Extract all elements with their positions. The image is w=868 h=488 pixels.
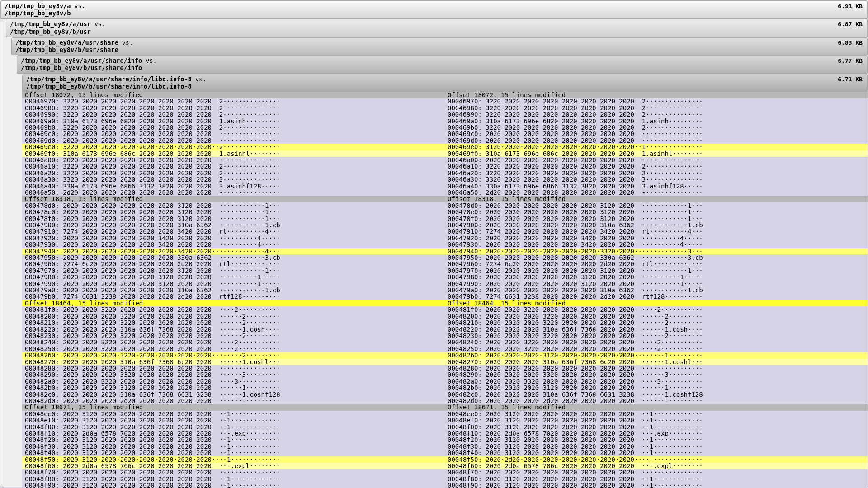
hex-col-right: 00048f60: 2020 2d0a 6578 706c 2020 2020 … [445, 463, 868, 469]
hex-col-left: 00046a20: 3220 2020 2020 2020 2020 2020 … [22, 170, 445, 176]
hex-row: 00046980: 3220 2020 2020 2020 2020 2020 … [22, 105, 868, 111]
hex-col-left: 00047940: 2020·2020·2020·2020·2020·2020·… [22, 248, 445, 254]
hex-col-left: 00048210: 2020 2020 2020 3220 2020 2020 … [22, 319, 445, 326]
hex-col-left: 000469f0: 310a 6173 696e 686c 2020 2020 … [22, 150, 445, 157]
hex-row: 00048260: 2020·2020·2020·3220·2020·2020·… [22, 352, 868, 358]
hex-row: 00047980: 2020 2020 2020 2020 2020 3120 … [22, 274, 868, 280]
hex-col-left: Offset 18318, 15 lines modified [22, 196, 445, 202]
hex-col-left: 00048f10: 2020 2d0a 6578 7020 2020 2020 … [22, 430, 445, 436]
hex-col-left: 000482d0: 2020 2020 2020 2d20 2020 2020 … [22, 398, 445, 404]
hex-col-left: 000479b0: 7274 6631 3238 2020 2020 2020 … [22, 293, 445, 300]
hex-col-right: 00046a40: 330a 6173 696e 6866 3132 3820 … [445, 183, 868, 189]
hex-col-left: 00048290: 2020 2020 2020 3320 2020 2020 … [22, 371, 445, 378]
hex-col-right: 00048270: 2020 2020 2020 310a 636f 7368 … [445, 359, 868, 365]
hex-col-left: 00048220: 2020 2020 2020 310a 636f 7368 … [22, 326, 445, 333]
hex-col-left: 00048f00: 2020 3120 2020 2020 2020 2020 … [22, 424, 445, 430]
hex-col-left: 00048240: 2020 2020 3220 2020 2020 2020 … [22, 339, 445, 345]
hex-col-left: 00047930: 2020 2020 2020 2020 2020 3420 … [22, 241, 445, 248]
breadcrumb-level-3[interactable]: /tmp/tmp_bb_ey8v/a/usr/share/info vs. /t… [17, 55, 868, 73]
hex-row: 00047910: 7274 2020 2020 2020 2020 2020 … [22, 228, 868, 235]
hex-col-right: 00048240: 2020 2020 3220 2020 2020 2020 … [445, 339, 868, 345]
hex-row: 000481f0: 2020 2020 3220 2020 2020 2020 … [22, 306, 868, 313]
hex-col-right: 00047970: 2020 2020 2020 2020 2020 2020 … [445, 267, 868, 274]
breadcrumb-level-1[interactable]: /tmp/tmp_bb_ey8v/a/usr vs. /tmp/tmp_bb_e… [6, 19, 868, 37]
hex-col-right: Offset 18671, 15 lines modified [445, 404, 868, 410]
breadcrumb-level-4[interactable]: /tmp/tmp_bb_ey8v/a/usr/share/info/libc.i… [22, 74, 868, 92]
hex-row: 000482c0: 2020 2020 2020 310a 636f 7368 … [22, 391, 868, 398]
hex-row: 00047900: 2020 2020 2020 2020 2020 2020 … [22, 222, 868, 228]
hex-col-right: 00048200: 2020 2020 2020 3220 2020 2020 … [445, 313, 868, 319]
size-badge: 6.71 KB [838, 76, 863, 83]
breadcrumb-level-2[interactable]: /tmp/tmp_bb_ey8v/a/usr/share vs. /tmp/tm… [11, 37, 868, 55]
hex-col-right: 00046a20: 3220 2020 2020 2020 2020 2020 … [445, 170, 868, 176]
hex-col-right: 00048220: 2020 2020 2020 310a 636f 7368 … [445, 326, 868, 333]
hex-col-right: 00048250: 2020 2020 3220 2020 2020 2020 … [445, 346, 868, 352]
hex-col-left: 00048ef0: 2020 3120 2020 2020 2020 2020 … [22, 417, 445, 423]
hex-col-left: 00048ee0: 2020 3120 2020 2020 2020 2020 … [22, 411, 445, 417]
hex-row: Offset 18671, 15 lines modifiedOffset 18… [22, 404, 868, 410]
hex-col-left: 00047950: 2020 2020 2020 2020 2020 2020 … [22, 254, 445, 261]
hex-col-left: 00048f30: 2020 3120 2020 2020 2020 2020 … [22, 443, 445, 450]
hex-row: 000478e0: 2020 2020 2020 2020 2020 2020 … [22, 209, 868, 215]
hex-col-right: 00048210: 2020 2020 2020 3220 2020 2020 … [445, 319, 868, 326]
hex-col-left: 00046a00: 2020 2020 2020 2020 2020 2020 … [22, 157, 445, 163]
hex-col-left: 000478d0: 2020 2020 2020 2020 2020 2020 … [22, 202, 445, 209]
hex-col-right: 00048290: 2020 2020 2020 3320 2020 2020 … [445, 371, 868, 378]
hex-row: 00047940: 2020·2020·2020·2020·2020·2020·… [22, 248, 868, 254]
hex-col-right: 00046980: 3220 2020 2020 2020 2020 2020 … [445, 105, 868, 111]
hex-col-right: 00047960: 7274 6c20 2020 2020 2020 2020 … [445, 261, 868, 267]
hex-col-right: 000469b0: 3220 2020 2020 2020 2020 2020 … [445, 124, 868, 131]
hex-col-left: 000482b0: 2020 2020 2020 3120 2020 2020 … [22, 385, 445, 391]
hex-col-right: 000469a0: 310a 6173 696e 6820 2020 2020 … [445, 118, 868, 124]
hex-row: 00048f40: 2020 3120 2020 2020 2020 2020 … [22, 450, 868, 456]
hex-col-right: 00048280: 2020 2020 2020 2020 2020 2020 … [445, 365, 868, 371]
hex-col-right: 00048ef0: 2020 3120 2020 2020 2020 2020 … [445, 417, 868, 423]
hex-row: 000482a0: 2020 2020 3320 2020 2020 2020 … [22, 378, 868, 385]
hex-row: 000469b0: 3220 2020 2020 2020 2020 2020 … [22, 124, 868, 131]
hex-col-right: 00047990: 2020 2020 2020 2020 2020 3120 … [445, 281, 868, 287]
hex-row: 00046970: 3220 2020 2020 2020 2020 2020 … [22, 98, 868, 104]
hex-diff-content[interactable]: Offset 18072, 15 lines modifiedOffset 18… [22, 92, 868, 488]
hex-row: 00048290: 2020 2020 2020 3320 2020 2020 … [22, 371, 868, 378]
hex-col-left: 00047980: 2020 2020 2020 2020 2020 3120 … [22, 274, 445, 280]
hex-col-right: 00048ee0: 2020 3120 2020 2020 2020 2020 … [445, 411, 868, 417]
hex-col-left: 00046990: 3220 2020 2020 2020 2020 2020 … [22, 111, 445, 117]
hex-col-right: 000479a0: 2020 2020 2020 2020 2020 2020 … [445, 287, 868, 293]
hex-col-left: 000469a0: 310a 6173 696e 6820 2020 2020 … [22, 118, 445, 124]
hex-row: 00048f20: 2020 3120 2020 2020 2020 2020 … [22, 436, 868, 443]
hex-col-left: 00047900: 2020 2020 2020 2020 2020 2020 … [22, 222, 445, 228]
hex-col-left: 00048f60: 2020 2d0a 6578 706c 2020 2020 … [22, 463, 445, 469]
hex-col-left: 000482c0: 2020 2020 2020 310a 636f 7368 … [22, 391, 445, 398]
hex-row: 000469a0: 310a 6173 696e 6820 2020 2020 … [22, 118, 868, 124]
hex-row: 00048f90: 2020 3120 2020 2020 2020 2020 … [22, 482, 868, 488]
hex-col-right: Offset 18318, 15 lines modified [445, 196, 868, 202]
hex-row: 00046a30: 3320 2020 2020 2020 2020 2020 … [22, 176, 868, 183]
hex-row: 00048240: 2020 2020 3220 2020 2020 2020 … [22, 339, 868, 345]
hex-row: 00048200: 2020 2020 2020 3220 2020 2020 … [22, 313, 868, 319]
hex-col-left: 000479a0: 2020 2020 2020 2020 2020 2020 … [22, 287, 445, 293]
hex-col-left: 00046980: 3220 2020 2020 2020 2020 2020 … [22, 105, 445, 111]
hex-col-right: 00047950: 2020 2020 2020 2020 2020 2020 … [445, 254, 868, 261]
hex-col-right: 000482c0: 2020 2020 2020 310a 636f 7368 … [445, 391, 868, 398]
hex-col-right: 00048f90: 2020 3120 2020 2020 2020 2020 … [445, 482, 868, 488]
hex-row: 00048f00: 2020 3120 2020 2020 2020 2020 … [22, 424, 868, 430]
hex-col-left: 00048230: 2020 2020 2020 3220 2020 2020 … [22, 333, 445, 339]
hex-col-left: 00048260: 2020·2020·2020·3220·2020·2020·… [22, 352, 445, 358]
hex-row: 000479b0: 7274 6631 3238 2020 2020 2020 … [22, 293, 868, 300]
size-badge: 6.91 KB [838, 3, 863, 10]
hex-row: 00048220: 2020 2020 2020 310a 636f 7368 … [22, 326, 868, 333]
hex-col-left: 00048f90: 2020 3120 2020 2020 2020 2020 … [22, 482, 445, 488]
hex-row: 00046a40: 330a 6173 696e 6866 3132 3820 … [22, 183, 868, 189]
hex-col-right: 000482d0: 2020 2020 2020 2d20 2020 2020 … [445, 398, 868, 404]
hex-col-left: 00047910: 7274 2020 2020 2020 2020 2020 … [22, 228, 445, 235]
hex-col-left: 000482a0: 2020 2020 3320 2020 2020 2020 … [22, 378, 445, 385]
hex-row: 00048230: 2020 2020 2020 3220 2020 2020 … [22, 333, 868, 339]
hex-col-right: 00048f10: 2020 2d0a 6578 7020 2020 2020 … [445, 430, 868, 436]
hex-col-right: Offset 18464, 15 lines modified [445, 300, 868, 306]
hex-col-left: 000478f0: 2020 2020 2020 2020 2020 2020 … [22, 216, 445, 222]
breadcrumb-level-0[interactable]: /tmp/tmp_bb_ey8v/a vs. /tmp/tmp_bb_ey8v/… [0, 0, 868, 19]
hex-row: Offset 18464, 15 lines modifiedOffset 18… [22, 300, 868, 306]
hex-col-left: 000469e0: 3220·2020·2020·2020·2020·2020·… [22, 144, 445, 150]
hex-row: 00048210: 2020 2020 2020 3220 2020 2020 … [22, 319, 868, 326]
hex-row: 000479a0: 2020 2020 2020 2020 2020 2020 … [22, 287, 868, 293]
